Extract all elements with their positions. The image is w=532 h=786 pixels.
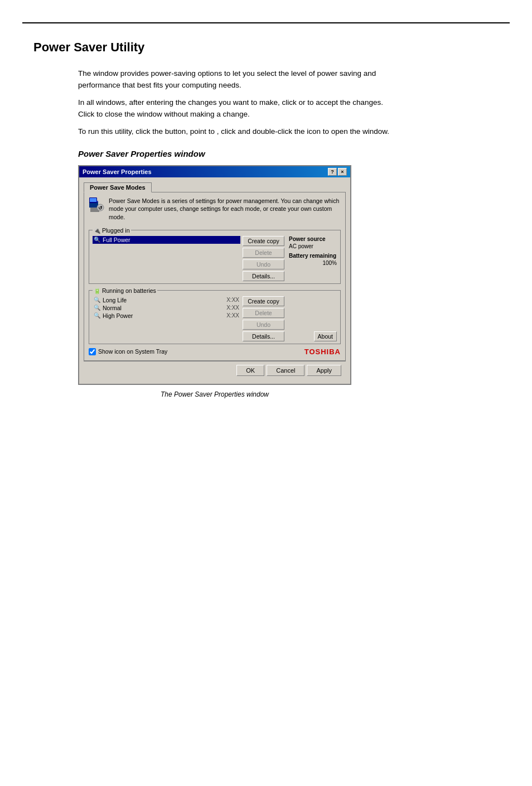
close-button[interactable]: ×	[338, 168, 347, 176]
normal-icon: 🔍	[94, 305, 100, 311]
high-power-label: High Power	[103, 312, 133, 319]
dialog-titlebar: Power Saver Properties ? ×	[79, 166, 350, 177]
apply-button[interactable]: Apply	[307, 365, 341, 376]
power-saver-dialog: Power Saver Properties ? × Power Save Mo…	[78, 165, 351, 385]
titlebar-buttons: ? ×	[328, 168, 347, 176]
tab-strip: Power Save Modes	[84, 182, 346, 192]
batteries-icon: 🔋	[94, 288, 100, 294]
dialog-caption: The Power Saver Properties window	[78, 390, 351, 398]
show-icon-label: Show icon on System Tray	[98, 348, 167, 355]
normal-time: X:XX	[226, 305, 239, 311]
cancel-button[interactable]: Cancel	[267, 365, 304, 376]
checkbox-row: Show icon on System Tray TOSHIBA	[89, 348, 341, 356]
battery-remaining-value: 100%	[289, 260, 337, 266]
dialog-body: Power Save Modes	[79, 177, 350, 384]
info-text: Power Save Modes is a series of settings…	[109, 197, 341, 221]
show-icon-checkbox[interactable]	[89, 348, 96, 355]
full-power-label: Full Power	[103, 237, 130, 243]
long-life-icon: 🔍	[94, 297, 100, 303]
svg-text:↺: ↺	[98, 205, 103, 211]
help-button[interactable]: ?	[328, 168, 337, 176]
details-batteries-btn[interactable]: Details...	[243, 331, 284, 341]
running-on-batteries-section: 🔋 Running on batteries 🔍 Long Life X:XX	[89, 287, 341, 344]
undo-batteries-btn[interactable]: Undo	[243, 320, 284, 330]
create-copy-plugged-btn[interactable]: Create copy	[243, 236, 284, 246]
dialog-wrapper: Power Saver Properties ? × Power Save Mo…	[78, 165, 351, 398]
info-box: ↺ Power Save Modes is a series of settin…	[89, 197, 341, 221]
batteries-legend: 🔋 Running on batteries	[93, 287, 157, 294]
mode-item-long-life[interactable]: 🔍 Long Life X:XX	[93, 296, 240, 304]
svg-rect-4	[90, 198, 96, 202]
section-heading: Power Saver Properties window	[78, 149, 499, 158]
high-power-time: X:XX	[226, 312, 239, 319]
page-container: Power Saver Utility The window provides …	[0, 22, 532, 786]
intro-para3: To run this utility, click the button, p…	[78, 126, 402, 138]
plugged-in-mode-list: 🔍 Full Power	[93, 236, 240, 281]
page-title: Power Saver Utility	[33, 40, 499, 55]
plugged-in-icon: 🔌	[94, 228, 100, 234]
plugged-in-buttons: Create copy Delete Undo Details...	[243, 236, 284, 281]
power-source-label: Power source	[289, 236, 337, 242]
tab-power-save-modes[interactable]: Power Save Modes	[84, 182, 152, 192]
batteries-content: 🔍 Long Life X:XX 🔍 Normal X:XX	[93, 296, 337, 341]
delete-batteries-btn[interactable]: Delete	[243, 308, 284, 318]
power-source-value: AC power	[289, 243, 337, 249]
dialog-title: Power Saver Properties	[83, 168, 152, 175]
dialog-footer: OK Cancel Apply	[84, 361, 346, 379]
mode-item-high-power[interactable]: 🔍 High Power X:XX	[93, 312, 240, 320]
plugged-in-section: 🔌 Plugged in 🔍 Full Power	[89, 227, 341, 284]
details-plugged-btn[interactable]: Details...	[243, 271, 284, 281]
normal-label: Normal	[103, 305, 122, 311]
batteries-buttons: Create copy Delete Undo Details...	[243, 296, 284, 341]
mode-item-full-power[interactable]: 🔍 Full Power	[93, 236, 240, 244]
long-life-time: X:XX	[226, 297, 239, 303]
long-life-label: Long Life	[103, 297, 127, 303]
about-btn[interactable]: About	[314, 331, 337, 341]
create-copy-batteries-btn[interactable]: Create copy	[243, 296, 284, 306]
plugged-in-legend: 🔌 Plugged in	[93, 227, 131, 234]
ok-button[interactable]: OK	[236, 365, 264, 376]
tab-panel: ↺ Power Save Modes is a series of settin…	[84, 192, 346, 361]
mode-item-normal[interactable]: 🔍 Normal X:XX	[93, 304, 240, 312]
batteries-mode-list: 🔍 Long Life X:XX 🔍 Normal X:XX	[93, 296, 240, 341]
intro-para1: The window provides power-saving options…	[78, 68, 402, 91]
high-power-icon: 🔍	[94, 312, 100, 319]
main-content: Power Saver Utility The window provides …	[0, 23, 532, 432]
plugged-in-content: 🔍 Full Power Create copy Delete Undo Det…	[93, 236, 337, 281]
info-icon: ↺	[89, 197, 105, 214]
intro-para2: In all windows, after entering the chang…	[78, 97, 402, 120]
undo-plugged-btn[interactable]: Undo	[243, 259, 284, 269]
delete-plugged-btn[interactable]: Delete	[243, 248, 284, 258]
toshiba-logo: TOSHIBA	[304, 348, 341, 356]
full-power-icon: 🔍	[94, 237, 100, 243]
power-info: Power source AC power Battery remaining …	[287, 236, 337, 281]
battery-remaining-label: Battery remaining	[289, 253, 337, 259]
